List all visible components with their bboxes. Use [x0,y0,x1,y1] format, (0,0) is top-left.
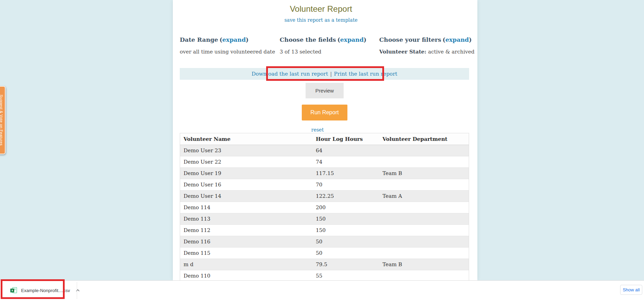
section-heading-text: Date Range [180,36,218,43]
table-cell [379,202,469,213]
table-row: Demo User 14122.25Team A [180,191,469,202]
table-row: Demo 11055 [180,270,469,281]
table-cell [379,145,469,156]
table-row: Demo 112150 [180,225,469,236]
link-separator: | [330,71,332,77]
section-heading: Date Range(expand) [180,36,249,43]
table-row: Demo 113150 [180,213,469,225]
preview-button[interactable]: Preview [306,83,344,98]
volunteer-state-label: Volunteer State: [379,49,426,55]
choose-fields-expand-link[interactable]: expand [340,36,364,43]
paren: ) [246,36,249,43]
table-cell: Team A [379,191,469,202]
table-row: Demo User 2274 [180,156,469,168]
page-title: Volunteer Report [173,4,469,14]
table-cell: Demo User 14 [180,191,312,202]
save-template-link[interactable]: save this report as a template [173,17,469,23]
table-cell [379,270,469,281]
table-row: Demo User 2364 [180,145,469,156]
table-row: Demo User 1670 [180,179,469,191]
section-heading: Choose your filters(expand) [379,36,472,43]
table-cell [379,225,469,236]
table-cell [379,156,469,168]
chevron-up-icon[interactable] [76,288,80,292]
table-cell: 74 [312,156,379,168]
section-heading: Choose the fields(expand) [280,36,366,43]
report-panel: Volunteer Report save this report as a t… [173,0,477,280]
section-choose-fields: Choose the fields(expand) 3 of 13 select… [280,36,366,43]
show-all-button[interactable]: Show all [620,285,642,295]
report-table: Volunteer NameHour Log HoursVolunteer De… [180,133,469,280]
volunteer-state-value: active & archived [428,49,474,55]
paren: ) [364,36,366,43]
table-cell: Team B [379,168,469,179]
table-cell: Demo User 23 [180,145,312,156]
run-report-button[interactable]: Run Report [302,105,347,120]
table-cell: 117.15 [312,168,379,179]
table-row: Demo 114200 [180,202,469,213]
table-cell: 150 [312,225,379,236]
feature-feedback-tab[interactable]: Suggest & Vote on Features [0,86,6,154]
table-row: m d79.5Team B [180,259,469,270]
paren: ) [469,36,472,43]
paren: ( [337,36,340,43]
table-row: Demo 11650 [180,236,469,248]
print-last-run-link[interactable]: Print the last run report [334,71,397,77]
table-cell: Demo 114 [180,202,312,213]
section-heading-text: Choose the fields [280,36,336,43]
download-shelf: x Example-Nonprofit....csv Show all [0,280,644,300]
fields-selected-summary: 3 of 13 selected [280,49,321,55]
table-row: Demo 11550 [180,248,469,259]
column-header: Volunteer Name [180,133,312,145]
download-item[interactable]: x Example-Nonprofit....csv [4,283,83,297]
paren: ( [220,36,222,43]
table-cell: 50 [312,248,379,259]
table-cell: Demo User 19 [180,168,312,179]
table-cell [379,236,469,248]
feature-tab-label: Suggest & Vote on Features [0,95,3,146]
table-row: Demo User 19117.15Team B [180,168,469,179]
table-cell: Team B [379,259,469,270]
table-header-row: Volunteer NameHour Log HoursVolunteer De… [180,133,469,145]
section-heading-text: Choose your filters [379,36,441,43]
date-range-summary: over all time using volunteered date [180,49,275,55]
table-cell: 122.25 [312,191,379,202]
table-cell [379,213,469,225]
table-cell [379,179,469,191]
table-cell: 150 [312,213,379,225]
download-filename: Example-Nonprofit....csv [21,288,70,293]
table-cell: m d [180,259,312,270]
table-cell: 55 [312,270,379,281]
table-cell: Demo 115 [180,248,312,259]
table-cell: Demo 112 [180,225,312,236]
date-range-expand-link[interactable]: expand [222,36,246,43]
volunteer-state-summary: Volunteer State: active & archived [379,49,475,55]
table-cell: Demo User 22 [180,156,312,168]
table-cell: 200 [312,202,379,213]
last-run-links-bar: Download the last run report|Print the l… [180,68,469,80]
table-cell: Demo User 16 [180,179,312,191]
download-last-run-link[interactable]: Download the last run report [252,71,328,77]
excel-x-glyph: x [10,289,14,292]
table-cell: 64 [312,145,379,156]
table-cell: 50 [312,236,379,248]
column-header: Volunteer Department [379,133,469,145]
table-cell: 70 [312,179,379,191]
table-cell: Demo 110 [180,270,312,281]
table-cell [379,248,469,259]
download-item-divider [77,282,77,299]
table-cell: 79.5 [312,259,379,270]
table-cell: Demo 113 [180,213,312,225]
excel-file-icon: x [10,287,17,293]
column-header: Hour Log Hours [312,133,379,145]
choose-filters-expand-link[interactable]: expand [445,36,469,43]
table-cell: Demo 116 [180,236,312,248]
section-date-range: Date Range(expand) over all time using v… [180,36,249,43]
section-choose-filters: Choose your filters(expand) Volunteer St… [379,36,472,43]
reset-link[interactable]: reset [173,127,462,133]
